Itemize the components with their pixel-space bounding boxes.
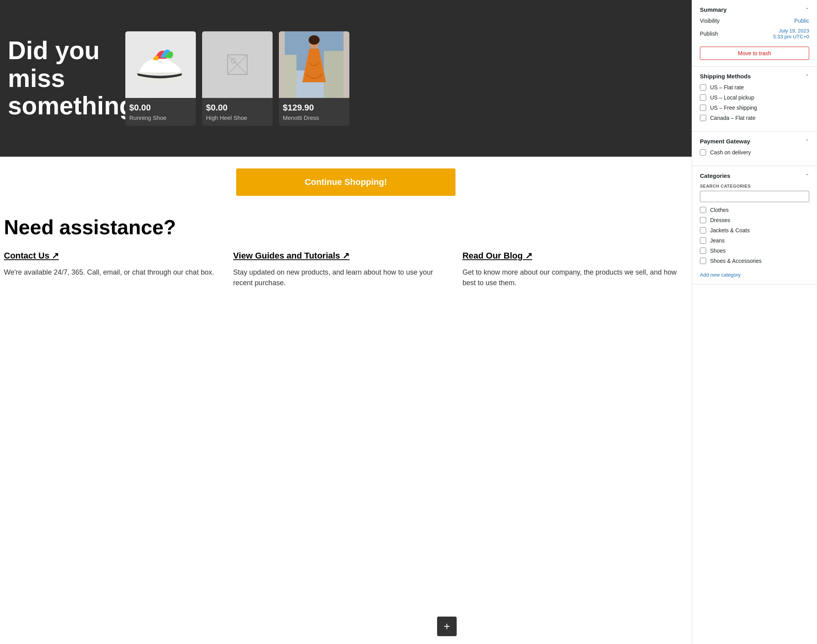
visibility-label: Visibility	[700, 18, 719, 24]
shipping-section: Shipping Methods ⌃ US – Flat rateUS – Lo…	[692, 67, 817, 132]
product-cards: $0.00 Running Shoe $0.00 High Heel Sho	[125, 31, 684, 126]
category-label-4: Shoes	[710, 248, 726, 254]
product-card-1[interactable]: $0.00 Running Shoe	[125, 31, 196, 126]
summary-title: Summary	[700, 6, 727, 13]
publish-label: Publish	[700, 31, 718, 37]
payment-methods-list: Cash on delivery	[700, 149, 809, 156]
publish-value[interactable]: July 19, 2023 5:33 pm UTC+0	[773, 28, 809, 40]
categories-header: Categories ⌃	[700, 172, 809, 179]
product-image-3	[279, 31, 349, 98]
shipping-chevron-icon[interactable]: ⌃	[805, 74, 809, 79]
category-row-1: Dresses	[700, 217, 809, 223]
category-checkbox-1[interactable]	[700, 217, 706, 223]
category-checkbox-2[interactable]	[700, 227, 706, 233]
shipping-methods-list: US – Flat rateUS – Local pickupUS – Free…	[700, 84, 809, 121]
move-to-trash-button[interactable]: Move to trash	[700, 47, 809, 60]
categories-title: Categories	[700, 172, 730, 179]
assistance-title: Need assistance?	[4, 215, 680, 239]
summary-section: Summary ⌃ Visibility Public Publish July…	[692, 0, 817, 67]
assistance-grid: Contact Us ↗ We're available 24/7, 365. …	[4, 251, 680, 288]
search-categories-label: SEARCH CATEGORIES	[700, 184, 809, 188]
product-card-2[interactable]: $0.00 High Heel Shoe	[202, 31, 273, 126]
category-row-3: Jeans	[700, 237, 809, 244]
contact-us-desc: We're available 24/7, 365. Call, email, …	[4, 267, 221, 278]
category-label-1: Dresses	[710, 217, 730, 223]
product-name-2: High Heel Shoe	[206, 114, 269, 121]
product-price-3: $129.90	[283, 103, 345, 113]
shipping-method-checkbox-2[interactable]	[700, 105, 706, 111]
category-checkbox-4[interactable]	[700, 248, 706, 254]
product-price-1: $0.00	[129, 103, 192, 113]
svg-rect-10	[324, 51, 343, 98]
search-categories-input[interactable]	[700, 191, 809, 202]
shipping-header: Shipping Methods ⌃	[700, 73, 809, 80]
guides-desc: Stay updated on new products, and learn …	[233, 267, 450, 288]
shipping-method-row-2: US – Free shipping	[700, 105, 809, 111]
product-image-2	[202, 31, 273, 98]
assistance-item-1: Contact Us ↗ We're available 24/7, 365. …	[4, 251, 221, 288]
product-card-1-info: $0.00 Running Shoe	[125, 98, 196, 126]
category-checkbox-0[interactable]	[700, 207, 706, 213]
shipping-method-row-3: Canada – Flat rate	[700, 115, 809, 121]
summary-visibility-row: Visibility Public	[700, 18, 809, 24]
product-name-3: Menotti Dress	[283, 114, 345, 121]
guides-link[interactable]: View Guides and Tutorials ↗	[233, 251, 349, 261]
left-panel: Did you miss something?	[0, 0, 692, 644]
payment-method-label-0: Cash on delivery	[710, 149, 751, 156]
shipping-method-row-0: US – Flat rate	[700, 84, 809, 90]
product-image-1	[125, 31, 196, 98]
summary-chevron-icon[interactable]: ⌃	[805, 7, 809, 13]
categories-section: Categories ⌃ SEARCH CATEGORIES ClothesDr…	[692, 166, 817, 284]
visibility-value[interactable]: Public	[794, 18, 809, 24]
add-category-link[interactable]: Add new category	[700, 272, 809, 278]
summary-publish-row: Publish July 19, 2023 5:33 pm UTC+0	[700, 28, 809, 40]
category-checkbox-5[interactable]	[700, 258, 706, 264]
hero-headline: Did you miss something?	[8, 37, 117, 119]
category-label-3: Jeans	[710, 237, 725, 244]
product-card-2-info: $0.00 High Heel Shoe	[202, 98, 273, 126]
shipping-method-label-3: Canada – Flat rate	[710, 115, 756, 121]
shipping-method-checkbox-3[interactable]	[700, 115, 706, 121]
category-row-5: Shoes & Accessories	[700, 258, 809, 264]
shipping-method-row-1: US – Local pickup	[700, 94, 809, 101]
payment-section: Payment Gateway ⌃ Cash on delivery	[692, 132, 817, 166]
categories-chevron-icon[interactable]: ⌃	[805, 173, 809, 179]
category-row-0: Clothes	[700, 207, 809, 213]
payment-method-row-0: Cash on delivery	[700, 149, 809, 156]
hero-section: Did you miss something?	[0, 0, 692, 157]
product-card-3-info: $129.90 Menotti Dress	[279, 98, 349, 126]
svg-rect-9	[285, 55, 296, 98]
blog-desc: Get to know more about our company, the …	[463, 267, 680, 288]
category-label-2: Jackets & Coats	[710, 227, 750, 233]
product-price-2: $0.00	[206, 103, 269, 113]
svg-point-12	[309, 35, 320, 45]
payment-method-checkbox-0[interactable]	[700, 149, 706, 156]
category-row-4: Shoes	[700, 248, 809, 254]
assistance-section: Need assistance? Contact Us ↗ We're avai…	[0, 208, 692, 304]
payment-chevron-icon[interactable]: ⌃	[805, 139, 809, 144]
shipping-method-checkbox-0[interactable]	[700, 84, 706, 90]
payment-header: Payment Gateway ⌃	[700, 138, 809, 145]
shipping-method-checkbox-1[interactable]	[700, 94, 706, 101]
summary-header: Summary ⌃	[700, 6, 809, 13]
publish-date-line2: 5:33 pm UTC+0	[773, 34, 809, 40]
assistance-item-2: View Guides and Tutorials ↗ Stay updated…	[233, 251, 450, 288]
shipping-title: Shipping Methods	[700, 73, 751, 80]
contact-us-link[interactable]: Contact Us ↗	[4, 251, 59, 261]
product-name-1: Running Shoe	[129, 114, 192, 121]
shipping-method-label-0: US – Flat rate	[710, 84, 744, 90]
publish-date-line1: July 19, 2023	[779, 28, 809, 34]
float-add-button[interactable]: +	[437, 617, 457, 636]
category-label-5: Shoes & Accessories	[710, 258, 762, 264]
product-card-3[interactable]: $129.90 Menotti Dress	[279, 31, 349, 126]
categories-list: ClothesDressesJackets & CoatsJeansShoesS…	[700, 207, 809, 268]
payment-title: Payment Gateway	[700, 138, 750, 145]
category-checkbox-3[interactable]	[700, 237, 706, 244]
continue-shopping-button[interactable]: Continue Shopping!	[236, 168, 455, 196]
shipping-method-label-2: US – Free shipping	[710, 105, 757, 111]
continue-shopping-wrap: Continue Shopping!	[0, 157, 692, 208]
shipping-method-label-1: US – Local pickup	[710, 94, 754, 101]
blog-link[interactable]: Read Our Blog ↗	[463, 251, 532, 261]
category-label-0: Clothes	[710, 207, 728, 213]
assistance-item-3: Read Our Blog ↗ Get to know more about o…	[463, 251, 680, 288]
